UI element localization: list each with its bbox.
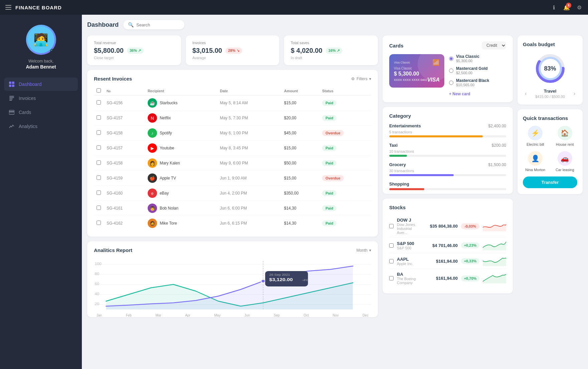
col-recipient: Recipient (145, 86, 217, 96)
stock-desc-2: Apple Inc. (397, 262, 421, 266)
sidebar-item-cards[interactable]: Cards (4, 106, 78, 119)
svg-text:20: 20 (95, 302, 99, 306)
goal-prev-button[interactable]: ‹ (523, 90, 529, 97)
svg-rect-0 (9, 82, 11, 84)
table-row: SG-4159 🍎 Apple TV Jun 1, 9:00 AM $15,00… (94, 171, 371, 186)
card-name-2: Mastercard Black (456, 78, 506, 83)
chart-label-feb: Feb (126, 314, 132, 317)
row-id-8: SG-4162 (104, 216, 145, 231)
card-option-0[interactable]: Visa Classic $5,300.00 (449, 54, 506, 63)
svg-rect-1 (12, 82, 14, 84)
stock-change-3: +0,70% (461, 275, 479, 281)
right-panel: Cards Credit Visa Classic 📶 Vis (383, 35, 513, 293)
row-id-3: SG-4157 (104, 141, 145, 156)
settings-icon[interactable]: ⚙ (576, 4, 583, 11)
quick-item-nina[interactable]: 👤 Nina Morton (523, 151, 548, 172)
house-label: House rent (556, 142, 574, 146)
analytics-chart: 100 80 60 40 20 (94, 258, 371, 311)
sidebar-item-invoices[interactable]: Invoices (4, 92, 78, 105)
quick-item-house[interactable]: 🏠 House rent (553, 126, 578, 146)
stat-total-revenue: Total revenue $5,800.00 36% ↗ Close targ… (87, 35, 181, 65)
recipient-name-2: Spotify (160, 131, 172, 135)
card-option-1[interactable]: Mastercard Gold $2,500.00 (449, 66, 506, 75)
cat-trans-2: 30 transactions (389, 169, 506, 173)
row-amount-5: $15,00 (281, 171, 319, 186)
card-amount-1: $2,500.00 (456, 71, 506, 75)
period-selector[interactable]: Month ▾ (356, 248, 371, 253)
row-checkbox-5[interactable] (97, 175, 101, 180)
card-amount-2: $10,565.00 (456, 83, 506, 87)
card-info-0: Visa Classic $5,300.00 (456, 54, 506, 63)
filter-button[interactable]: ⚙ Filters ▾ (351, 77, 371, 81)
stocks-header: Stocks (389, 205, 506, 210)
row-amount-3: $15,00 (281, 141, 319, 156)
info-icon[interactable]: ℹ (551, 4, 557, 11)
recipient-name-8: Mike Tore (160, 221, 177, 226)
select-all-checkbox[interactable] (97, 88, 101, 93)
stat-badge-0: 36% ↗ (127, 47, 144, 54)
stat-badge-1: 28% ↘ (226, 47, 242, 54)
transfer-button[interactable]: Transfer (523, 176, 577, 188)
row-amount-2: $45,00 (281, 126, 319, 141)
card-option-2[interactable]: Mastercard Black $10,565.00 (449, 78, 506, 87)
svg-rect-4 (9, 96, 14, 97)
row-checkbox-2[interactable] (97, 130, 101, 135)
recipient-avatar-4: 👩 (148, 158, 157, 168)
stock-checkbox-0[interactable] (389, 224, 394, 228)
card-number-row: XXXX XXXX XXXX 0402 VISA (394, 77, 440, 83)
quick-item-car[interactable]: 🚗 Car leasing (553, 151, 578, 172)
sidebar-label-cards: Cards (19, 110, 31, 115)
stock-checkbox-1[interactable] (389, 243, 394, 248)
stocks-list: DOW J Dow Jones Industrial Aver... $35 8… (389, 215, 506, 287)
stat-label-0: Total revenue (94, 41, 174, 45)
row-checkbox-8[interactable] (97, 221, 101, 225)
nav-menu: Dashboard Invoices Cards Analytics (0, 78, 82, 134)
sidebar-item-dashboard[interactable]: Dashboard (4, 78, 78, 91)
row-checkbox-4[interactable] (97, 160, 101, 165)
row-checkbox-3[interactable] (97, 145, 101, 150)
notifications-icon[interactable]: 🔔 5 (563, 4, 570, 11)
row-id-2: SG-4158 (104, 126, 145, 141)
top-nav: FINANCE BOARD ℹ 🔔 5 ⚙ (0, 0, 588, 15)
goal-info: Travel $415.00 / $500.00 (535, 89, 565, 99)
quick-item-electric[interactable]: ⚡ Electric bill (523, 126, 548, 146)
search-input[interactable] (136, 22, 180, 27)
row-checkbox-0[interactable] (97, 100, 101, 105)
card-radio-1[interactable] (449, 69, 453, 73)
goal-next-button[interactable]: › (572, 90, 577, 97)
card-amount: $ 5,300.00 (394, 71, 440, 77)
goal-nav: ‹ Travel $415.00 / $500.00 › (523, 89, 577, 99)
card-radio-2[interactable] (449, 81, 453, 85)
analytics-title: Analitics Report (94, 247, 132, 253)
credit-select[interactable]: Credit (482, 41, 506, 49)
row-amount-1: $20,00 (281, 111, 319, 126)
status-badge-6: Paid (322, 190, 336, 196)
car-label: Car leasing (556, 168, 574, 172)
row-checkbox-7[interactable] (97, 206, 101, 210)
recipient-avatar-1: N (148, 113, 157, 123)
status-badge-1: Paid (322, 115, 336, 121)
stock-checkbox-2[interactable] (389, 259, 394, 263)
donut-label: 83% (544, 65, 556, 72)
stock-checkbox-3[interactable] (389, 276, 394, 280)
progress-fill-3 (389, 188, 424, 190)
hamburger-menu[interactable] (5, 5, 11, 10)
col-amount: Amount (281, 86, 319, 96)
svg-point-23 (261, 279, 265, 283)
chart-area: 100 80 60 40 20 (94, 258, 371, 311)
row-status-5: Overdue (319, 171, 371, 186)
row-checkbox-6[interactable] (97, 191, 101, 195)
card-radio-0[interactable] (449, 56, 453, 61)
cards-header: Cards Credit (389, 41, 506, 49)
row-checkbox-1[interactable] (97, 115, 101, 120)
category-header: Category (389, 113, 506, 119)
recipient-name-3: Youtube (160, 146, 174, 150)
avatar: 🧑‍💻 (28, 26, 54, 53)
dash-header: Dashboard 🔍 (87, 20, 583, 29)
quick-transactions-card: Quick transactions ⚡ Electric bill 🏠 Hou… (518, 109, 583, 194)
sidebar-item-analytics[interactable]: Analytics (4, 120, 78, 133)
new-card-button[interactable]: + New card (449, 92, 506, 96)
recipient-name-0: Starbucks (160, 101, 177, 105)
left-panel: Total revenue $5,800.00 36% ↗ Close targ… (87, 35, 378, 317)
card-brand-sub: Visa Classic (394, 67, 440, 70)
